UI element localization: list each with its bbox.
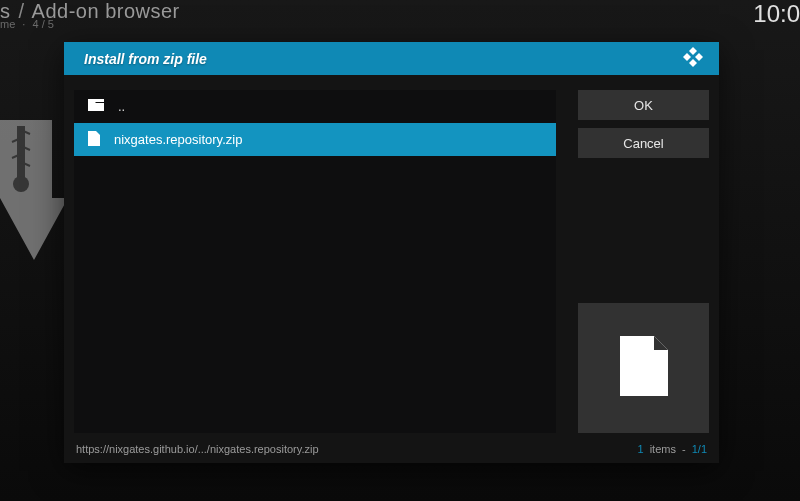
cancel-button[interactable]: Cancel bbox=[578, 128, 709, 158]
sub-sep: · bbox=[22, 18, 25, 30]
zip-art-icon bbox=[0, 120, 68, 264]
file-label: .. bbox=[118, 99, 125, 114]
clock: 10:0 bbox=[753, 0, 800, 28]
svg-rect-7 bbox=[88, 99, 104, 102]
file-row-zip[interactable]: nixgates.repository.zip bbox=[74, 123, 556, 156]
sep: - bbox=[682, 443, 686, 455]
sub-right: 4 / 5 bbox=[32, 18, 53, 30]
file-list[interactable]: .. nixgates.repository.zip bbox=[74, 90, 556, 433]
preview-panel bbox=[578, 303, 709, 433]
page-indicator: 1/1 bbox=[692, 443, 707, 455]
file-label: nixgates.repository.zip bbox=[114, 132, 242, 147]
dialog-titlebar: Install from zip file bbox=[64, 42, 719, 75]
items-label: items bbox=[650, 443, 676, 455]
sub-left: me bbox=[0, 18, 15, 30]
breadcrumb-sub: me · 4 / 5 bbox=[0, 18, 54, 30]
file-column: .. nixgates.repository.zip bbox=[74, 90, 556, 433]
item-count: 1 bbox=[637, 443, 643, 455]
side-column: OK Cancel bbox=[578, 90, 709, 433]
footer-path: https://nixgates.github.io/.../nixgates.… bbox=[76, 443, 319, 455]
dialog-title: Install from zip file bbox=[84, 51, 207, 67]
app-logo-icon bbox=[681, 45, 705, 73]
folder-icon bbox=[88, 99, 104, 114]
dialog-footer: https://nixgates.github.io/.../nixgates.… bbox=[64, 441, 719, 463]
file-icon bbox=[88, 131, 100, 149]
svg-point-1 bbox=[13, 176, 29, 192]
file-placeholder-icon bbox=[620, 336, 668, 400]
footer-count: 1 items - 1/1 bbox=[637, 443, 707, 455]
ok-button[interactable]: OK bbox=[578, 90, 709, 120]
file-row-up[interactable]: .. bbox=[74, 90, 556, 123]
dialog-body: .. nixgates.repository.zip OK Cancel bbox=[64, 75, 719, 441]
install-from-zip-dialog: Install from zip file .. bbox=[64, 42, 719, 463]
